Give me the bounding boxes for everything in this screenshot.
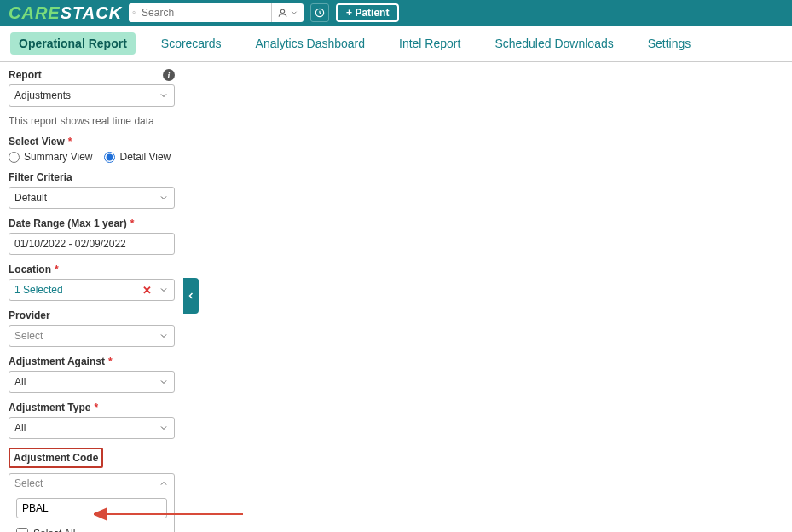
provider-label: Provider bbox=[9, 309, 175, 321]
report-select[interactable]: Adjustments bbox=[9, 84, 175, 107]
realtime-note: This report shows real time data bbox=[9, 115, 175, 127]
svg-point-2 bbox=[280, 9, 284, 13]
field-location: Location * 1 Selected ✕ bbox=[9, 263, 175, 301]
radio-detail-label: Detail View bbox=[119, 151, 171, 163]
radio-detail-view[interactable]: Detail View bbox=[104, 151, 171, 163]
select-all-row[interactable]: Select All bbox=[16, 525, 167, 532]
tab-scorecards[interactable]: Scorecards bbox=[153, 32, 230, 55]
svg-line-1 bbox=[135, 14, 136, 14]
field-adjustment-against: Adjustment Against * All bbox=[9, 356, 175, 393]
tab-operational-report[interactable]: Operational Report bbox=[10, 32, 136, 55]
location-label-row: Location * bbox=[9, 263, 175, 275]
radio-summary-input[interactable] bbox=[9, 152, 20, 163]
chevron-down-icon bbox=[159, 285, 169, 295]
radio-summary-label: Summary View bbox=[24, 151, 92, 163]
location-value: 1 Selected bbox=[14, 284, 63, 296]
adjustment-code-search[interactable] bbox=[16, 498, 167, 518]
report-value: Adjustments bbox=[14, 90, 71, 101]
search-input[interactable] bbox=[140, 7, 271, 19]
tab-scheduled-downloads[interactable]: Scheduled Downloads bbox=[486, 32, 621, 55]
search-scope-dropdown[interactable] bbox=[271, 3, 304, 22]
adj-code-placeholder: Select bbox=[14, 477, 43, 489]
required-asterisk: * bbox=[68, 136, 72, 147]
field-report: Report i Adjustments bbox=[9, 69, 175, 107]
date-range-input[interactable]: 01/10/2022 - 02/09/2022 bbox=[9, 233, 175, 255]
adjustment-code-dropdown: Select Select All PBAL bbox=[9, 473, 175, 532]
recent-activity-button[interactable] bbox=[310, 3, 329, 22]
filter-select[interactable]: Default bbox=[9, 187, 175, 209]
adj-type-value: All bbox=[14, 422, 26, 434]
adj-against-value: All bbox=[14, 376, 26, 388]
adj-against-label-row: Adjustment Against * bbox=[9, 356, 175, 367]
adjustment-type-select[interactable]: All bbox=[9, 417, 175, 439]
clock-icon bbox=[314, 7, 326, 19]
chevron-down-icon bbox=[159, 331, 169, 341]
select-all-label: Select All bbox=[33, 528, 75, 532]
select-view-label-row: Select View * bbox=[9, 136, 175, 147]
date-label: Date Range (Max 1 year) bbox=[9, 217, 127, 229]
required-asterisk: * bbox=[130, 217, 135, 229]
app-logo: CARESTACK bbox=[9, 3, 122, 23]
radio-detail-input[interactable] bbox=[104, 152, 115, 163]
location-select[interactable]: 1 Selected ✕ bbox=[9, 279, 175, 301]
field-filter-criteria: Filter Criteria Default bbox=[9, 171, 175, 209]
adjustment-against-select[interactable]: All bbox=[9, 371, 175, 393]
adj-code-label: Adjustment Code bbox=[14, 452, 98, 464]
tab-settings[interactable]: Settings bbox=[639, 32, 700, 55]
adj-against-label: Adjustment Against bbox=[9, 356, 105, 367]
select-all-checkbox[interactable] bbox=[16, 528, 28, 532]
field-date-range: Date Range (Max 1 year) * 01/10/2022 - 0… bbox=[9, 217, 175, 255]
adj-type-label-row: Adjustment Type * bbox=[9, 402, 175, 413]
provider-value: Select bbox=[14, 330, 43, 342]
svg-point-0 bbox=[133, 11, 136, 14]
location-label: Location bbox=[9, 263, 51, 275]
required-asterisk: * bbox=[55, 263, 59, 275]
logo-part-1: CARE bbox=[9, 3, 61, 22]
select-view-label: Select View bbox=[9, 136, 65, 147]
chevron-down-icon bbox=[290, 9, 298, 17]
sidebar-collapse-handle[interactable] bbox=[183, 278, 199, 314]
view-radio-group: Summary View Detail View bbox=[9, 151, 175, 163]
logo-part-2: STACK bbox=[61, 3, 122, 22]
field-adjustment-code: Adjustment Code Select Select All P bbox=[9, 448, 175, 532]
chevron-down-icon bbox=[159, 90, 169, 101]
chevron-down-icon bbox=[159, 377, 169, 387]
report-tabs: Operational Report Scorecards Analytics … bbox=[0, 26, 792, 62]
user-icon bbox=[277, 8, 288, 19]
adjustment-code-panel: Select All PBAL bbox=[9, 493, 174, 532]
radio-summary-view[interactable]: Summary View bbox=[9, 151, 92, 163]
report-label-row: Report i bbox=[9, 69, 175, 81]
provider-select[interactable]: Select bbox=[9, 325, 175, 347]
adjustment-code-toggle[interactable]: Select bbox=[9, 474, 174, 493]
field-adjustment-type: Adjustment Type * All bbox=[9, 402, 175, 439]
adj-type-label: Adjustment Type bbox=[9, 402, 90, 413]
filter-label: Filter Criteria bbox=[9, 171, 175, 183]
field-select-view: Select View * Summary View Detail View bbox=[9, 136, 175, 163]
app-header: CARESTACK + Patient bbox=[0, 0, 792, 26]
date-label-row: Date Range (Max 1 year) * bbox=[9, 217, 175, 229]
filter-sidebar: Report i Adjustments This report shows r… bbox=[0, 62, 183, 532]
required-asterisk: * bbox=[94, 402, 98, 413]
adj-code-label-highlight: Adjustment Code bbox=[9, 448, 103, 468]
chevron-up-icon bbox=[159, 478, 169, 489]
tab-analytics-dashboard[interactable]: Analytics Dashboard bbox=[247, 32, 373, 55]
date-value: 01/10/2022 - 02/09/2022 bbox=[14, 238, 126, 250]
chevron-down-icon bbox=[159, 423, 169, 433]
filter-value: Default bbox=[14, 192, 47, 204]
global-search[interactable] bbox=[129, 3, 304, 22]
report-body: Report i Adjustments This report shows r… bbox=[0, 62, 792, 532]
chevron-left-icon bbox=[186, 291, 196, 301]
add-patient-button[interactable]: + Patient bbox=[336, 3, 399, 22]
info-icon[interactable]: i bbox=[163, 69, 175, 81]
search-icon bbox=[132, 7, 136, 19]
field-provider: Provider Select bbox=[9, 309, 175, 347]
required-asterisk: * bbox=[108, 356, 113, 367]
clear-location-icon[interactable]: ✕ bbox=[142, 284, 152, 297]
report-label: Report bbox=[9, 69, 42, 81]
tab-intel-report[interactable]: Intel Report bbox=[390, 32, 469, 55]
chevron-down-icon bbox=[159, 193, 169, 203]
